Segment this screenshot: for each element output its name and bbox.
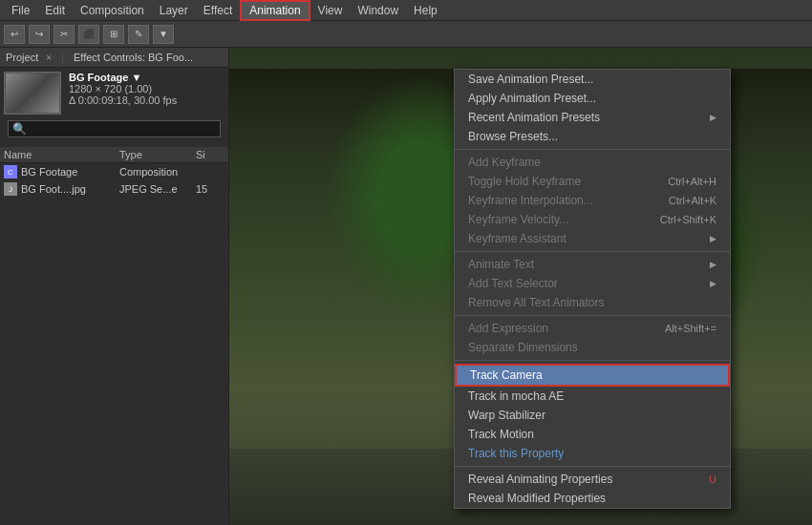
sep-4 — [455, 360, 730, 361]
menu-help[interactable]: Help — [406, 0, 445, 21]
keyframe-velocity-shortcut: Ctrl+Shift+K — [660, 214, 716, 225]
file-type-1: JPEG Se...e — [119, 183, 196, 195]
warp-stabilizer-label: Warp Stabilizer — [468, 409, 545, 422]
right-area: Layer: (none) Save Animation Preset... A… — [229, 48, 812, 525]
menu-file[interactable]: File — [4, 0, 37, 21]
reveal-modified-label: Reveal Modified Properties — [468, 492, 606, 505]
add-keyframe-label: Add Keyframe — [468, 156, 541, 169]
menu-keyframe-velocity[interactable]: Keyframe Velocity... Ctrl+Shift+K — [455, 210, 730, 229]
toolbar-btn-2[interactable]: ↪ — [29, 25, 50, 44]
toolbar-btn-6[interactable]: ✎ — [128, 25, 149, 44]
menu-edit[interactable]: Edit — [37, 0, 73, 21]
col-size: Si — [196, 149, 224, 160]
track-camera-label: Track Camera — [470, 368, 543, 382]
reveal-animating-label: Reveal Animating Properties — [468, 472, 612, 486]
menu-browse-presets[interactable]: Browse Presets... — [455, 127, 730, 146]
toolbar-btn-3[interactable]: ✂ — [53, 25, 75, 44]
left-panel: Project × | Effect Controls: BG Foo... B… — [0, 48, 229, 525]
footage-info: BG Footage ▼ 1280 × 720 (1.00) Δ 0:00:09… — [69, 72, 177, 106]
menu-view[interactable]: View — [310, 0, 351, 21]
panel-divider: | — [61, 52, 64, 63]
recent-presets-label: Recent Animation Presets — [468, 111, 600, 124]
menu-recent-presets[interactable]: Recent Animation Presets — [455, 108, 730, 127]
add-expression-label: Add Expression — [468, 322, 548, 335]
toggle-hold-label: Toggle Hold Keyframe — [468, 175, 581, 188]
project-close[interactable]: × — [46, 52, 52, 63]
menu-layer[interactable]: Layer — [152, 0, 196, 21]
icon-composition: C — [4, 165, 17, 178]
menu-animate-text[interactable]: Animate Text — [455, 255, 730, 274]
menu-warp-stabilizer[interactable]: Warp Stabilizer — [455, 406, 730, 425]
footage-size: 1280 × 720 (1.00) — [69, 83, 177, 94]
remove-animators-label: Remove All Text Animators — [468, 296, 605, 309]
menu-animation[interactable]: Animation — [240, 0, 310, 21]
track-mocha-label: Track in mocha AE — [468, 389, 564, 403]
toolbar: ↩ ↪ ✂ ⬛ ⊞ ✎ ▼ — [0, 21, 812, 48]
panel-header: Project × | Effect Controls: BG Foo... — [0, 48, 228, 68]
reveal-animating-shortcut: U — [709, 473, 716, 485]
menu-reveal-modified[interactable]: Reveal Modified Properties — [455, 489, 730, 508]
col-name: Name — [4, 149, 119, 160]
menu-track-property[interactable]: Track this Property — [455, 444, 730, 463]
sep-1 — [455, 149, 730, 150]
menu-add-keyframe[interactable]: Add Keyframe — [455, 153, 730, 172]
effect-tab[interactable]: Effect Controls: BG Foo... — [74, 52, 193, 63]
browse-presets-label: Browse Presets... — [468, 130, 558, 143]
icon-jpeg: J — [4, 182, 17, 196]
apply-preset-label: Apply Animation Preset... — [468, 92, 596, 105]
save-preset-label: Save Animation Preset... — [468, 73, 593, 86]
file-list: C BG Footage Composition J BG Foot....jp… — [0, 163, 228, 525]
toolbar-btn-7[interactable]: ▼ — [153, 25, 174, 44]
menu-effect[interactable]: Effect — [196, 0, 240, 21]
footage-duration: Δ 0:00:09:18, 30.00 fps — [69, 94, 177, 106]
toolbar-btn-1[interactable]: ↩ — [4, 25, 25, 44]
file-size-1: 15 — [196, 183, 224, 195]
separate-dimensions-label: Separate Dimensions — [468, 341, 578, 354]
sep-5 — [455, 466, 730, 467]
menu-add-expression[interactable]: Add Expression Alt+Shift+= — [455, 319, 730, 338]
project-tab[interactable]: Project — [6, 52, 38, 63]
menu-window[interactable]: Window — [350, 0, 406, 21]
track-motion-label: Track Motion — [468, 428, 534, 441]
toolbar-btn-5[interactable]: ⊞ — [103, 25, 124, 44]
animate-text-label: Animate Text — [468, 258, 534, 271]
file-list-header: Name Type Si — [0, 147, 228, 163]
toolbar-btn-4[interactable]: ⬛ — [78, 25, 99, 44]
search-bar[interactable]: 🔍 — [8, 120, 221, 137]
project-area: BG Footage ▼ 1280 × 720 (1.00) Δ 0:00:09… — [0, 68, 228, 147]
sep-3 — [455, 315, 730, 316]
file-row-bg-footage[interactable]: C BG Footage Composition — [0, 163, 228, 180]
menu-toggle-hold[interactable]: Toggle Hold Keyframe Ctrl+Alt+H — [455, 172, 730, 191]
col-type: Type — [119, 149, 196, 160]
file-name-1: BG Foot....jpg — [21, 183, 119, 195]
menu-track-mocha[interactable]: Track in mocha AE — [455, 387, 730, 406]
keyframe-interp-label: Keyframe Interpolation... — [468, 194, 593, 207]
footage-thumbnail — [4, 72, 61, 115]
keyframe-velocity-label: Keyframe Velocity... — [468, 213, 568, 226]
file-name-0: BG Footage — [21, 166, 119, 178]
keyframe-assistant-label: Keyframe Assistant — [468, 232, 566, 245]
search-icon: 🔍 — [12, 122, 27, 136]
menu-separate-dimensions[interactable]: Separate Dimensions — [455, 338, 730, 357]
dropdown-menu: Save Animation Preset... Apply Animation… — [454, 69, 731, 509]
add-text-selector-label: Add Text Selector — [468, 277, 558, 290]
toggle-hold-shortcut: Ctrl+Alt+H — [668, 176, 716, 187]
menu-track-motion[interactable]: Track Motion — [455, 425, 730, 444]
menu-remove-animators[interactable]: Remove All Text Animators — [455, 293, 730, 312]
file-row-bg-jpeg[interactable]: J BG Foot....jpg JPEG Se...e 15 — [0, 180, 228, 198]
menu-save-preset[interactable]: Save Animation Preset... — [455, 70, 730, 89]
menu-keyframe-assistant[interactable]: Keyframe Assistant — [455, 229, 730, 248]
menu-bar: File Edit Composition Layer Effect Anima… — [0, 0, 812, 21]
keyframe-interp-shortcut: Ctrl+Alt+K — [669, 195, 716, 206]
menu-reveal-animating[interactable]: Reveal Animating Properties U — [455, 470, 730, 489]
thumbnail-image — [6, 74, 59, 113]
file-type-0: Composition — [119, 166, 196, 178]
menu-composition[interactable]: Composition — [73, 0, 152, 21]
menu-add-text-selector[interactable]: Add Text Selector — [455, 274, 730, 293]
sep-2 — [455, 251, 730, 252]
menu-keyframe-interp[interactable]: Keyframe Interpolation... Ctrl+Alt+K — [455, 191, 730, 210]
track-property-label: Track this Property — [468, 447, 564, 460]
menu-track-camera[interactable]: Track Camera — [455, 364, 730, 387]
search-input[interactable] — [27, 123, 216, 135]
menu-apply-preset[interactable]: Apply Animation Preset... — [455, 89, 730, 108]
